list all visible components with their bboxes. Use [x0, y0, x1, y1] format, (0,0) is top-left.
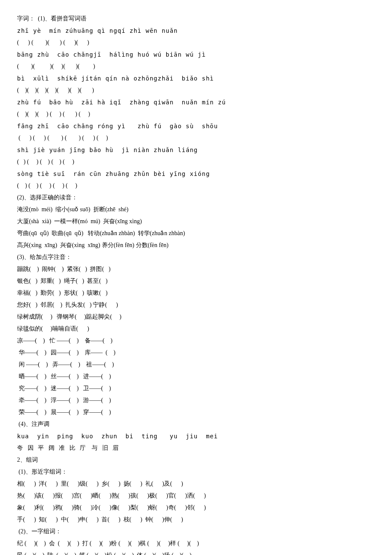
fill-row: 究——( ) 迷——( ) 卫——( )	[17, 382, 375, 394]
fill-row: 华——( ) 园——( ) 库—— ( )	[17, 347, 375, 359]
compose-row: 相( ) 洋( ) 里( )级( ) 乡( ) 扬( ) 礼( )及( )	[17, 478, 375, 490]
fill-row: 您好( ) 邻居( ) 扎头发( ) 宁静( )	[17, 299, 375, 311]
section5-sub2-list: 纪 ( )( ) 会 ( )( ) 打 ( )( )粉 ( )( )棋 ( )(…	[17, 538, 375, 555]
blank-row: ( )( )( )( )( )( )( )	[17, 84, 375, 96]
section5-heading: 2、组词	[17, 454, 375, 466]
pinyin-row: shì jiè yuán jīng bǎo hù jì niàn zhuǎn l…	[17, 144, 375, 156]
compose-row: 民 ( )( ) 陆 ( )( ) 笔 ( )( )松 ( )( ) 体 ( )…	[17, 549, 375, 555]
section2-list: 淹没(mò méi) 缩小(suǒ suō) 折断(zhē shé) 大厦(sh…	[17, 204, 375, 251]
compose-row: 热( )该( )报( )宫( )晒( )熟( )孩( )极( )官( )洒( )	[17, 490, 375, 502]
choice-row: 淹没(mò méi) 缩小(suǒ suō) 折断(zhē shé)	[17, 204, 375, 216]
fill-row: 凉——( ) 忙 ——( ) 备——( )	[17, 335, 375, 347]
fill-row: 闲 ——( ) 弄——( ) 祖——( )	[17, 359, 375, 371]
choice-row: 高兴(xìng xīng) 兴奋(xìng xīng) 养分(fèn fēn) …	[17, 239, 375, 251]
choice-row: 大厦(shà xià) 一模一样(mó mú) 兴奋(xīng xìng)	[17, 216, 375, 227]
blank-row: ( )( )( ) ( ) ( ) ( )	[17, 108, 375, 120]
fill-row: 绿树成阴( ) 弹钢琴( )踮起脚尖( )	[17, 311, 375, 323]
tone-char-row: 夸 因 平 阔 准 比 厅 与 旧 眉	[17, 442, 375, 454]
section5-sub2-heading: (2)、一字组词：	[17, 526, 375, 538]
blank-row: ( ) ( ) ( ) ( ) ( ) ( )	[17, 132, 375, 144]
section5-sub1-heading: (1)、形近字组词：	[17, 466, 375, 478]
section3-heading: (3)、给加点字注音：	[17, 251, 375, 263]
section5-sub1-list: 相( ) 洋( ) 里( )级( ) 乡( ) 扬( ) 礼( )及( ) 热(…	[17, 478, 375, 526]
fill-row: 晒——( ) 丝——( ) 进——( )	[17, 371, 375, 382]
pinyin-row: bì xūlì shíkē jítán qín nà ozhōngzhǎi bi…	[17, 72, 375, 84]
pinyin-row: zhù fú bǎo hù zāi hà iqǐ zhàng qiwān nuǎ…	[17, 96, 375, 108]
section4-heading: (4)、注声调	[17, 418, 375, 430]
fill-row: 幸福( ) 勤劳( ) 形状( ) 咳嗽( )	[17, 287, 375, 299]
section2-heading: (2)、选择正确的读音：	[17, 192, 375, 204]
tone-pinyin-row: kua yin ping kuo zhun bi ting yu jiu mei	[17, 430, 375, 442]
blank-row: ( ) ( ) ( ) ( ) ( )	[17, 180, 375, 192]
fill-row: 绿毯似的( )喃喃自语( )	[17, 323, 375, 335]
blank-row: ( ) ( ) ( ) ( ) ( )	[17, 156, 375, 168]
section3-list: 蹦跳( ) 闹钟( ) 紧张( ) 拼图( ) 银色( ) 郑重( ) 绳子( …	[17, 263, 375, 418]
section-title: 字词： (1)、看拼音写词语	[17, 13, 375, 25]
pinyin-row: fǎng zhī cāo chǎng róng yì zhù fú gào sù…	[17, 120, 375, 132]
section-pinyin-words: zhī yè mín zúhuāng qì ngqí zhì wēn nuǎn …	[17, 25, 375, 192]
pinyin-row: zhī yè mín zúhuāng qì ngqí zhì wēn nuǎn	[17, 25, 375, 37]
fill-row: 荣——( ) 晨——( ) 穿——( )	[17, 406, 375, 418]
pinyin-row: sòng tiè suī rán cūn zhuāng zhǔn bèi yīn…	[17, 168, 375, 180]
compose-row: 手( ) 知( ) 中( )申( ) 首( ) 枝( ) 钟( )伸( )	[17, 514, 375, 526]
compose-row: 纪 ( )( ) 会 ( )( ) 打 ( )( )粉 ( )( )棋 ( )(…	[17, 538, 375, 549]
fill-row: 银色( ) 郑重( ) 绳子( ) 甚至( )	[17, 275, 375, 287]
blank-row: ( )( )( )( )( )	[17, 60, 375, 72]
choice-row: 弯曲(qū qǔ) 歌曲(qū qǔ) 转动(zhuǎn zhbàn) 转学(z…	[17, 227, 375, 239]
fill-row: 牵——( ) 浮——( ) 游——( )	[17, 394, 375, 406]
blank-row: ( ) ( )( ) ( )( )	[17, 37, 375, 49]
fill-row: 蹦跳( ) 闹钟( ) 紧张( ) 拼图( )	[17, 263, 375, 275]
pinyin-row: bāng zhù cāo chǎngjī hálìng huó wú biān …	[17, 49, 375, 60]
compose-row: 象( )利( )鸦( )骑( )冷( )像( )梨( )蚜( )奇( )邻( )	[17, 502, 375, 514]
